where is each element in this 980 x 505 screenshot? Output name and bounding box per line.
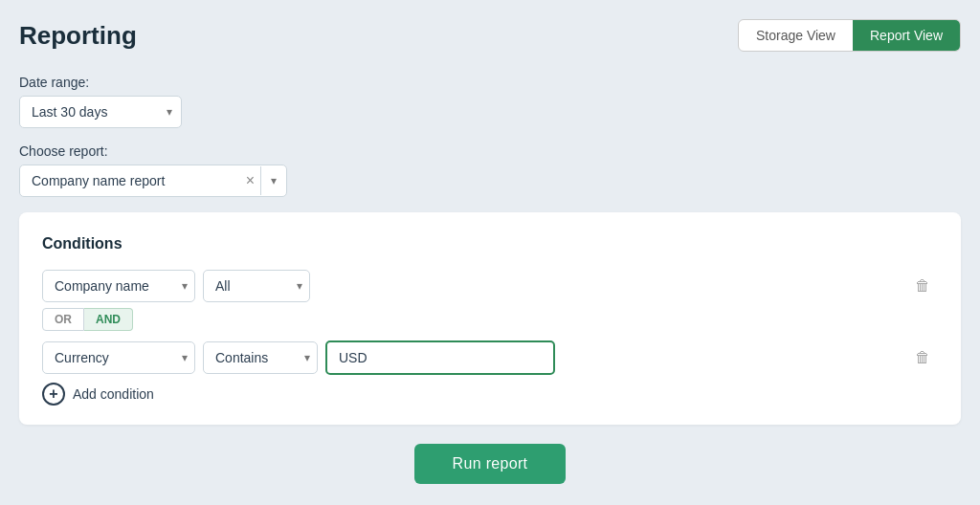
view-toggle: Storage View Report View xyxy=(738,19,961,52)
run-report-area: Run report xyxy=(19,444,961,484)
choose-report-section: Choose report: Company name report × ▾ xyxy=(19,143,961,197)
page-header: Reporting Storage View Report View xyxy=(19,19,961,52)
report-dropdown-button[interactable]: ▾ xyxy=(260,166,286,195)
condition-1-field-select[interactable]: Company name Currency Revenue Country xyxy=(42,270,195,302)
logic-or-button[interactable]: OR xyxy=(42,308,84,331)
condition-2-operator-select[interactable]: Contains Equals Starts with Ends with xyxy=(203,341,318,374)
choose-report-label: Choose report: xyxy=(19,143,961,159)
date-range-section: Date range: Last 30 days Last 7 days Las… xyxy=(19,75,961,128)
condition-1-operator-wrapper: All Contains Equals Starts with ▾ xyxy=(203,270,310,302)
condition-row-1: Company name Currency Revenue Country ▾ … xyxy=(42,270,938,302)
run-report-button[interactable]: Run report xyxy=(414,444,567,484)
add-condition-label: Add condition xyxy=(73,386,154,402)
add-condition-icon: + xyxy=(42,383,65,406)
condition-2-delete-button[interactable]: 🗑 xyxy=(907,345,938,370)
report-view-button[interactable]: Report View xyxy=(853,20,960,51)
conditions-card: Conditions Company name Currency Revenue… xyxy=(19,212,961,425)
report-select-wrapper: Company name report × ▾ xyxy=(19,165,287,197)
report-select-text: Company name report xyxy=(20,165,240,196)
condition-2-value-input[interactable] xyxy=(325,340,555,375)
date-range-label: Date range: xyxy=(19,75,961,90)
logic-toggle: OR AND xyxy=(42,308,938,331)
condition-2-operator-wrapper: Contains Equals Starts with Ends with ▾ xyxy=(203,341,318,374)
condition-1-field-wrapper: Company name Currency Revenue Country ▾ xyxy=(42,270,195,302)
condition-2-field-wrapper: Currency Company name Revenue Country ▾ xyxy=(42,341,195,374)
report-clear-button[interactable]: × xyxy=(240,173,260,188)
condition-1-operator-select[interactable]: All Contains Equals Starts with xyxy=(203,270,310,302)
date-range-select[interactable]: Last 30 days Last 7 days Last 90 days Cu… xyxy=(19,96,182,128)
page-title: Reporting xyxy=(19,21,137,51)
logic-and-button[interactable]: AND xyxy=(84,308,133,331)
date-range-select-wrapper: Last 30 days Last 7 days Last 90 days Cu… xyxy=(19,96,182,128)
conditions-title: Conditions xyxy=(42,235,938,252)
condition-2-field-select[interactable]: Currency Company name Revenue Country xyxy=(42,341,195,374)
condition-row-2: Currency Company name Revenue Country ▾ … xyxy=(42,340,938,375)
storage-view-button[interactable]: Storage View xyxy=(739,20,853,51)
add-condition-button[interactable]: + Add condition xyxy=(42,383,154,406)
condition-1-delete-button[interactable]: 🗑 xyxy=(907,274,938,298)
